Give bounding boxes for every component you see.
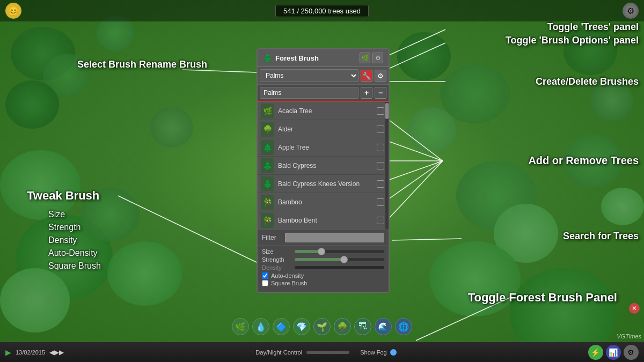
tree-thumbnail: 🌲 bbox=[261, 140, 274, 155]
tree-item[interactable]: 🌳 Alder bbox=[258, 120, 389, 138]
add-brush-btn[interactable]: + bbox=[361, 87, 372, 99]
strength-slider[interactable] bbox=[295, 258, 384, 261]
date-label: 13/02/2015 bbox=[16, 349, 45, 356]
toolbar-btn-4[interactable]: 💎 bbox=[293, 318, 310, 335]
toolbar-btn-2[interactable]: 💧 bbox=[252, 318, 269, 335]
brush-options: Size Strength Density Auto-density bbox=[258, 245, 389, 292]
forest-icon: 🌲 bbox=[263, 54, 272, 62]
tree-item[interactable]: 🌲 Bald Cypress Knees Version bbox=[258, 175, 389, 193]
vgtimes-watermark: VGTimes bbox=[617, 333, 641, 339]
square-brush-label[interactable]: Square Brush bbox=[271, 280, 307, 286]
toolbar-btn-8[interactable]: 🌊 bbox=[375, 318, 392, 335]
forest-brush-panel: 🌲 Forest Brush 🌿 ⚙ Palms Default Tropica… bbox=[257, 48, 390, 293]
tree-checkbox[interactable] bbox=[377, 107, 384, 115]
size-label: Size bbox=[262, 248, 291, 255]
tree-thumbnail: 🌲 bbox=[261, 176, 274, 191]
tree-item[interactable]: 🌲 Apple Tree bbox=[258, 138, 389, 157]
tree-item[interactable]: 🌲 Bald Cypress bbox=[258, 157, 389, 175]
rename-brush-input[interactable] bbox=[260, 87, 358, 99]
density-label: Density bbox=[262, 264, 291, 271]
density-row: Density bbox=[262, 264, 384, 271]
show-fog-control: Show Fog bbox=[360, 349, 397, 356]
tree-thumbnail: 🌲 bbox=[261, 158, 274, 173]
corner-close-btn[interactable]: ✕ bbox=[629, 303, 640, 314]
taskbar-icon-1[interactable]: ⚡ bbox=[588, 345, 603, 360]
rename-brush-row: + − bbox=[258, 85, 389, 102]
show-fog-label: Show Fog bbox=[360, 349, 387, 356]
tree-thumbnail: 🌳 bbox=[261, 122, 274, 137]
tweak-brush-btn[interactable]: 🔧 bbox=[361, 70, 372, 82]
auto-density-label[interactable]: Auto-density bbox=[271, 272, 304, 279]
tree-name: Bamboo Bent bbox=[278, 217, 377, 224]
tree-list-scrollbar[interactable] bbox=[385, 102, 389, 230]
select-brush-row: Palms Default Tropical 🔧 ⚙ bbox=[258, 67, 389, 85]
tree-name: Bald Cypress bbox=[278, 162, 377, 169]
panel-header-icons: 🌿 ⚙ bbox=[360, 53, 383, 63]
day-night-slider[interactable] bbox=[306, 351, 349, 354]
toolbar-btn-5[interactable]: 🌱 bbox=[313, 318, 331, 335]
tree-item[interactable]: 🌿 Acacia Tree bbox=[258, 102, 389, 120]
strength-row: Strength bbox=[262, 256, 384, 263]
tree-name: Apple Tree bbox=[278, 144, 377, 151]
square-brush-row: Square Brush bbox=[262, 280, 384, 286]
top-bar: 😊 541 / 250,000 trees used ⚙ bbox=[0, 0, 644, 21]
auto-density-checkbox[interactable] bbox=[262, 272, 268, 279]
tree-checkbox[interactable] bbox=[377, 217, 384, 224]
taskbar-icon-2[interactable]: 📊 bbox=[606, 345, 621, 360]
day-night-control: Day/Night Control bbox=[255, 349, 349, 356]
taskbar-center: Day/Night Control Show Fog bbox=[255, 349, 396, 356]
filter-input-visual bbox=[285, 233, 384, 242]
day-night-label: Day/Night Control bbox=[255, 349, 302, 356]
fog-icon bbox=[390, 349, 397, 356]
taskbar-left: ▶ 13/02/2015 ◀▶▶ bbox=[5, 348, 64, 357]
tree-checkbox[interactable] bbox=[377, 198, 384, 206]
tree-name: Alder bbox=[278, 125, 377, 133]
trees-panel-toggle-btn[interactable]: 🌿 bbox=[360, 53, 370, 63]
center-toolbar: 🌿 💧 🔷 💎 🌱 🌳 🏗 🌊 🌐 bbox=[232, 318, 412, 335]
tree-thumbnail: 🎋 bbox=[261, 195, 274, 210]
toolbar-btn-9[interactable]: 🌐 bbox=[395, 318, 412, 335]
tree-checkbox[interactable] bbox=[377, 144, 384, 151]
taskbar: ▶ 13/02/2015 ◀▶▶ Day/Night Control Show … bbox=[0, 342, 644, 362]
tree-name: Bald Cypress Knees Version bbox=[278, 180, 377, 188]
play-button[interactable]: ▶ bbox=[5, 348, 11, 357]
tree-item[interactable]: 🎋 Bamboo Bent bbox=[258, 211, 389, 230]
settings-brush-btn[interactable]: ⚙ bbox=[375, 70, 386, 82]
tree-list: 🌿 Acacia Tree 🌳 Alder 🌲 Apple Tree 🌲 Bal… bbox=[258, 102, 389, 230]
strength-label: Strength bbox=[262, 256, 291, 263]
size-row: Size bbox=[262, 248, 384, 255]
skip-buttons[interactable]: ◀▶▶ bbox=[49, 349, 64, 356]
settings-icon[interactable]: ⚙ bbox=[623, 3, 639, 19]
filter-label: Filter bbox=[262, 234, 281, 241]
tree-name: Acacia Tree bbox=[278, 107, 377, 115]
panel-title: Forest Brush bbox=[275, 54, 319, 62]
filter-row: Filter bbox=[258, 230, 389, 245]
size-slider[interactable] bbox=[295, 250, 384, 253]
delete-brush-btn[interactable]: − bbox=[375, 87, 386, 99]
tree-thumbnail: 🌿 bbox=[261, 104, 274, 119]
tree-checkbox[interactable] bbox=[377, 125, 384, 133]
tree-checkbox[interactable] bbox=[377, 162, 384, 169]
tree-checkbox[interactable] bbox=[377, 180, 384, 188]
square-brush-checkbox[interactable] bbox=[262, 280, 268, 286]
brush-dropdown[interactable]: Palms Default Tropical bbox=[260, 69, 358, 82]
toolbar-btn-6[interactable]: 🌳 bbox=[334, 318, 351, 335]
toolbar-btn-1[interactable]: 🌿 bbox=[232, 318, 249, 335]
scrollbar-thumb bbox=[385, 103, 389, 119]
taskbar-right: ⚡ 📊 ⚙ bbox=[588, 345, 639, 360]
panel-header: 🌲 Forest Brush 🌿 ⚙ bbox=[258, 49, 389, 67]
tree-thumbnail: 🎋 bbox=[261, 213, 274, 228]
tree-name: Bamboo bbox=[278, 198, 377, 206]
density-slider[interactable] bbox=[295, 266, 384, 269]
menu-icon[interactable]: 😊 bbox=[5, 3, 21, 19]
brush-options-toggle-btn[interactable]: ⚙ bbox=[372, 53, 383, 63]
tree-item[interactable]: 🎋 Bamboo bbox=[258, 193, 389, 211]
tree-counter: 541 / 250,000 trees used bbox=[275, 5, 369, 17]
taskbar-icon-3[interactable]: ⚙ bbox=[624, 345, 639, 360]
toolbar-btn-7[interactable]: 🏗 bbox=[354, 318, 371, 335]
auto-density-row: Auto-density bbox=[262, 272, 384, 279]
toolbar-btn-3[interactable]: 🔷 bbox=[273, 318, 290, 335]
